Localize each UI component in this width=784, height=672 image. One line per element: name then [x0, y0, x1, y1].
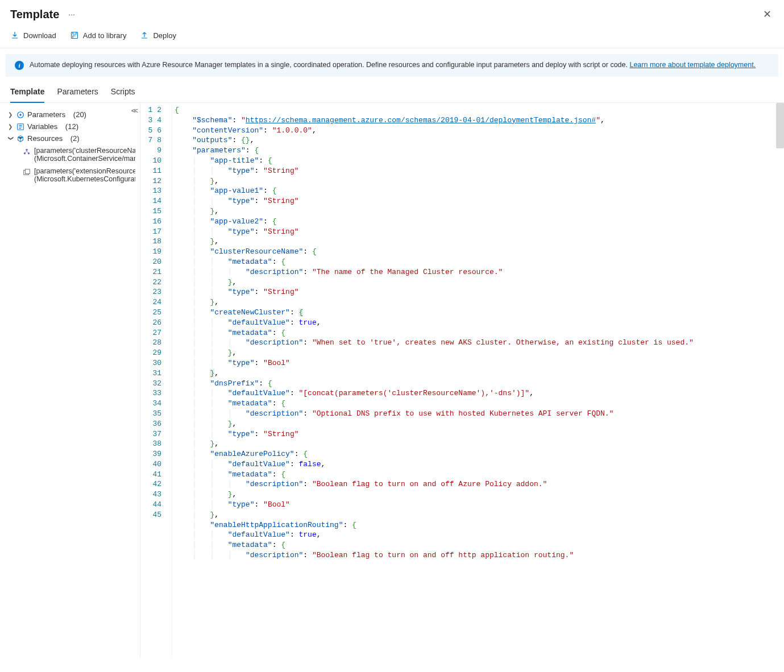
cluster-icon [23, 148, 31, 156]
svg-rect-0 [71, 32, 77, 39]
tab-scripts[interactable]: Scripts [111, 82, 135, 103]
tree-resource-item[interactable]: [parameters('extensionResourceNa (Micros… [23, 165, 135, 185]
download-button[interactable]: Download [10, 31, 56, 40]
tab-template[interactable]: Template [10, 82, 44, 103]
code-content[interactable]: { "$schema": "https://schema.management.… [172, 103, 784, 658]
download-icon [10, 31, 19, 40]
save-icon [70, 31, 79, 40]
deploy-button[interactable]: Deploy [140, 31, 176, 40]
resource-tree: << ❯ Parameters (20) ❯ Variables (12) ❯ … [0, 103, 140, 658]
vertical-scrollbar[interactable] [776, 103, 784, 148]
svg-point-4 [26, 149, 28, 151]
variables-icon [16, 123, 24, 131]
tab-parameters[interactable]: Parameters [57, 82, 98, 103]
chevron-right-icon: ❯ [8, 123, 14, 130]
collapse-sidebar-icon[interactable]: << [131, 106, 136, 115]
line-gutter: 1 2 3 4 5 6 7 8 9 10 11 12 13 14 15 16 1… [140, 103, 172, 658]
svg-rect-8 [25, 169, 30, 174]
extension-icon [23, 168, 31, 176]
info-icon: i [15, 61, 24, 70]
tree-node-parameters[interactable]: ❯ Parameters (20) [8, 109, 135, 121]
close-icon[interactable]: ✕ [761, 6, 774, 23]
parameters-icon [16, 111, 24, 119]
chevron-down-icon: ❯ [8, 136, 14, 142]
tree-node-resources[interactable]: ❯ Resources (2) [8, 132, 135, 144]
info-banner: i Automate deploying resources with Azur… [6, 54, 778, 77]
code-editor[interactable]: 1 2 3 4 5 6 7 8 9 10 11 12 13 14 15 16 1… [140, 103, 784, 658]
resources-icon [16, 135, 24, 143]
tree-resource-item[interactable]: [parameters('clusterResourceName (Micros… [23, 144, 135, 165]
add-to-library-button[interactable]: Add to library [70, 31, 127, 40]
tree-node-variables[interactable]: ❯ Variables (12) [8, 121, 135, 132]
more-menu[interactable]: ··· [68, 10, 75, 19]
deploy-icon [140, 31, 149, 40]
learn-more-link[interactable]: Learn more about template deployment. [629, 61, 756, 69]
page-title: Template [10, 8, 59, 21]
svg-point-2 [19, 114, 22, 116]
chevron-right-icon: ❯ [8, 111, 14, 118]
